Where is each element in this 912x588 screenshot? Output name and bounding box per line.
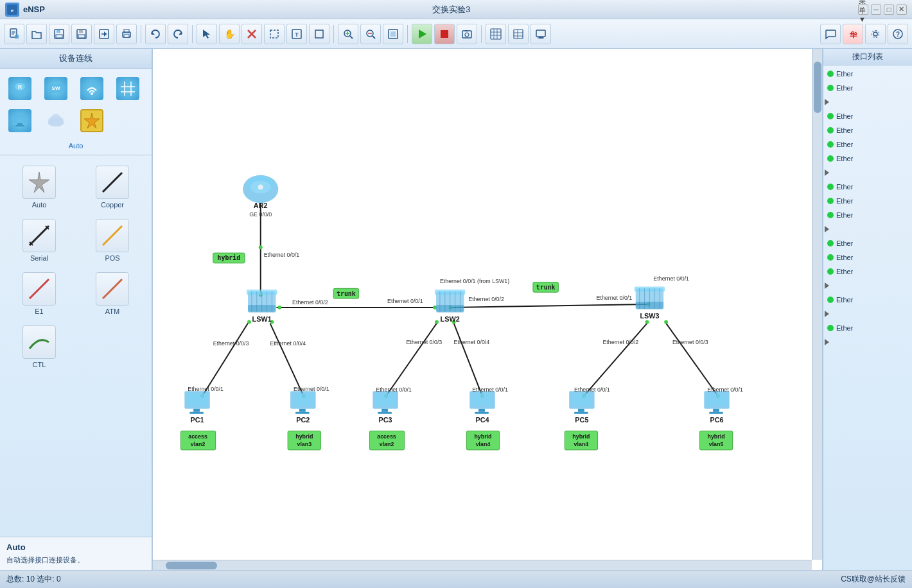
huawei-button[interactable]: 华 xyxy=(843,24,863,44)
node-pc6[interactable]: PC6 xyxy=(704,391,729,424)
svg-rect-169 xyxy=(572,393,592,406)
network-diagram[interactable]: AR2 GE 0/0/0 LSW1 xyxy=(153,49,812,560)
iface-item-18[interactable] xyxy=(823,307,912,321)
menu-button[interactable]: 菜 单▼ xyxy=(858,4,868,15)
scroll-thumb-vertical[interactable] xyxy=(814,62,821,113)
svg-point-107 xyxy=(435,320,439,324)
iface-item-12[interactable] xyxy=(823,222,912,236)
node-pc4[interactable]: PC4 xyxy=(469,391,495,424)
iface-item-1[interactable]: Ether xyxy=(823,67,912,81)
fit-button[interactable] xyxy=(383,24,403,44)
iface-item-11[interactable]: Ether xyxy=(823,208,912,222)
svg-marker-6 xyxy=(15,35,19,39)
cable-serial[interactable]: Serial xyxy=(5,216,73,264)
node-pc5[interactable]: PC5 xyxy=(569,391,594,424)
title-bar-left: e eNSP xyxy=(5,3,45,17)
iface-item-13[interactable]: Ether xyxy=(823,236,912,250)
cable-auto[interactable]: Auto xyxy=(5,163,73,211)
iface-item-15[interactable]: Ether xyxy=(823,264,912,279)
zoom-out-button[interactable] xyxy=(360,24,381,44)
iface-item-20[interactable] xyxy=(823,335,912,349)
cable-copper[interactable]: Copper xyxy=(78,163,146,211)
text-button[interactable]: T xyxy=(286,24,307,44)
new-button[interactable] xyxy=(4,24,24,44)
start-button[interactable] xyxy=(412,24,432,44)
node-lsw2[interactable]: LSW2 xyxy=(435,290,465,322)
main-area: 设备连线 R SW xyxy=(0,49,912,570)
node-lsw1[interactable]: LSW1 xyxy=(247,290,277,322)
save-button[interactable] xyxy=(71,24,92,44)
zoom-in-button[interactable] xyxy=(338,24,358,44)
maximize-button[interactable]: □ xyxy=(884,4,894,15)
svg-rect-74 xyxy=(15,125,24,126)
node-ar2[interactable]: AR2 GE 0/0/0 xyxy=(243,175,278,218)
canvas-area[interactable]: AR2 GE 0/0/0 LSW1 xyxy=(153,49,822,570)
svg-rect-159 xyxy=(375,393,396,406)
minimize-button[interactable]: ─ xyxy=(871,4,881,15)
select-button[interactable] xyxy=(197,24,217,44)
iface-item-5[interactable]: Ether xyxy=(823,123,912,137)
table-button[interactable] xyxy=(508,24,529,44)
iface-item-7[interactable]: Ether xyxy=(823,151,912,166)
topology-button[interactable] xyxy=(486,24,506,44)
node-pc2[interactable]: PC2 xyxy=(290,391,315,424)
area-select-button[interactable] xyxy=(264,24,285,44)
device-switch[interactable]: SW xyxy=(41,74,71,103)
node-lsw3[interactable]: LSW3 xyxy=(635,286,665,319)
device-firewall[interactable] xyxy=(113,74,143,103)
cable-divider xyxy=(0,155,152,155)
close-button[interactable]: ✕ xyxy=(897,4,907,15)
stop-button[interactable] xyxy=(434,24,455,44)
scroll-thumb-horizontal[interactable] xyxy=(166,562,217,569)
canvas-scrollbar-horizontal[interactable] xyxy=(153,560,812,570)
redo-button[interactable] xyxy=(168,24,188,44)
iface-item-9[interactable]: Ether xyxy=(823,180,912,194)
firewall-icon xyxy=(116,77,139,100)
undo-button[interactable] xyxy=(145,24,166,44)
cable-pos[interactable]: POS xyxy=(78,216,146,264)
iface-item-16[interactable] xyxy=(823,279,912,293)
svg-text:LSW1: LSW1 xyxy=(252,315,272,323)
toolbar-sep-2 xyxy=(192,25,193,43)
cable-e1[interactable]: E1 xyxy=(5,270,73,318)
iface-label-9: Ether xyxy=(836,183,853,191)
svg-rect-72 xyxy=(13,114,26,123)
cable-atm[interactable]: ATM xyxy=(78,270,146,318)
device-pc[interactable] xyxy=(5,106,35,135)
svg-point-103 xyxy=(247,320,251,324)
console-button[interactable] xyxy=(531,24,551,44)
save-as-button[interactable] xyxy=(49,24,69,44)
iface-dot-6 xyxy=(827,141,834,148)
iface-item-19[interactable]: Ether xyxy=(823,321,912,335)
iface-item-2[interactable]: Ether xyxy=(823,81,912,95)
settings-button[interactable] xyxy=(865,24,886,44)
iface-item-6[interactable]: Ether xyxy=(823,137,912,151)
node-pc1[interactable]: PC1 xyxy=(184,391,209,424)
interface-list[interactable]: Ether Ether Ether Ether Ether xyxy=(823,65,912,570)
shape-button[interactable] xyxy=(309,24,329,44)
iface-item-4[interactable]: Ether xyxy=(823,109,912,123)
import-button[interactable] xyxy=(94,24,114,44)
pan-button[interactable]: ✋ xyxy=(219,24,240,44)
svg-rect-25 xyxy=(270,30,278,38)
device-router[interactable]: R xyxy=(5,74,35,103)
print-button[interactable] xyxy=(116,24,137,44)
chat-button[interactable] xyxy=(820,24,841,44)
iface-item-3[interactable] xyxy=(823,95,912,109)
iface-item-8[interactable] xyxy=(823,166,912,180)
iface-item-14[interactable]: Ether xyxy=(823,250,912,264)
device-cloud[interactable] xyxy=(41,106,71,135)
cable-scroll-area[interactable]: Auto Copper xyxy=(0,158,152,537)
help-button[interactable]: ? xyxy=(888,24,908,44)
iface-item-17[interactable]: Ether xyxy=(823,293,912,307)
delete-button[interactable] xyxy=(241,24,262,44)
canvas-scrollbar-vertical[interactable] xyxy=(812,49,822,560)
snapshot-button[interactable] xyxy=(457,24,477,44)
device-auto[interactable] xyxy=(77,106,107,135)
cable-ctl[interactable]: CTL xyxy=(5,323,73,371)
iface-item-10[interactable]: Ether xyxy=(823,194,912,208)
iface-dot-4 xyxy=(827,113,834,119)
device-wireless[interactable] xyxy=(77,74,107,103)
open-button[interactable] xyxy=(26,24,47,44)
node-pc3[interactable]: PC3 xyxy=(373,391,398,424)
